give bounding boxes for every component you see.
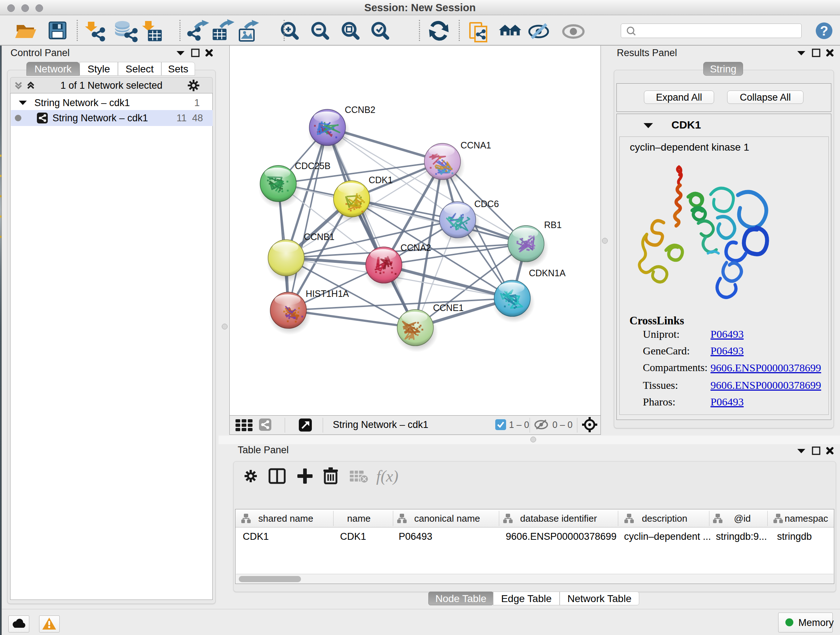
svg-text:f(x): f(x) xyxy=(376,467,398,485)
svg-text:CCNB1: CCNB1 xyxy=(304,232,335,242)
svg-text:RB1: RB1 xyxy=(544,220,562,230)
svg-text:0 – 0: 0 – 0 xyxy=(553,420,573,430)
svg-text:CCNA1: CCNA1 xyxy=(461,140,491,150)
svg-text:CCNB2: CCNB2 xyxy=(345,105,376,115)
svg-text:?: ? xyxy=(820,24,829,38)
svg-text:CCNE1: CCNE1 xyxy=(433,302,464,313)
svg-text:1 – 0: 1 – 0 xyxy=(509,420,529,430)
svg-text:CDC25B: CDC25B xyxy=(295,161,331,171)
svg-text:CDKN1A: CDKN1A xyxy=(529,268,566,278)
svg-text:CCNA2: CCNA2 xyxy=(401,242,431,253)
svg-text:CDC6: CDC6 xyxy=(474,199,499,209)
svg-text:HIST1H1A: HIST1H1A xyxy=(306,288,349,299)
svg-text:CDK1: CDK1 xyxy=(369,175,393,185)
